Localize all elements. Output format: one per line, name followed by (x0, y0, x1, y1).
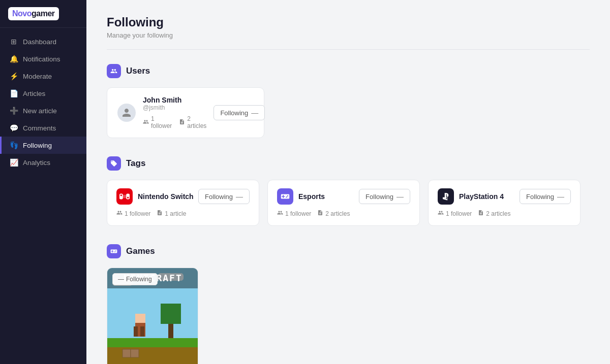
main-content: Following Manage your following Users Jo… (86, 0, 610, 364)
tag-card-nintendo-switch: Nintendo Switch Following — 1 follower (107, 180, 259, 226)
svg-rect-14 (135, 314, 145, 323)
games-grid: MINECRAFT — Following Port Minecraft (107, 268, 590, 364)
tags-grid: Nintendo Switch Following — 1 follower (107, 180, 590, 226)
followers-icon (277, 210, 283, 217)
logo-text: Novogamer (12, 9, 55, 18)
esports-icon (277, 188, 293, 205)
sidebar-item-articles[interactable]: 📄 Articles (0, 85, 86, 102)
tags-section-header: Tags (107, 156, 590, 171)
articles-icon (179, 119, 185, 126)
tag-name-area: PlayStation 4 (438, 188, 504, 205)
followers-count: 1 follower (143, 115, 172, 129)
users-section-icon (107, 64, 121, 78)
following-label: Following (365, 193, 393, 201)
tag-articles: 2 articles (317, 210, 350, 217)
new-article-icon: ➕ (10, 107, 18, 115)
svg-rect-17 (123, 349, 131, 357)
comments-icon: 💬 (10, 124, 18, 132)
users-section-header: Users (107, 64, 590, 78)
tag-name: Nintendo Switch (138, 192, 194, 201)
minus-icon: — (557, 192, 564, 201)
svg-rect-16 (140, 326, 144, 337)
page-title: Following (107, 15, 590, 29)
sidebar-item-analytics[interactable]: 📈 Analytics (0, 154, 86, 171)
tag-followers: 1 follower (277, 210, 311, 217)
ps4-following-button[interactable]: Following — (520, 189, 571, 204)
followers-icon (116, 210, 123, 217)
sidebar-item-notifications[interactable]: 🔔 Notifications (0, 50, 86, 68)
tags-section: Tags (107, 156, 590, 226)
game-cover: MINECRAFT — Following Port (107, 268, 198, 364)
following-icon: 👣 (10, 141, 18, 149)
tags-section-icon (107, 156, 121, 171)
tag-articles: 2 articles (478, 210, 510, 217)
followers-icon (438, 210, 444, 217)
sidebar-navigation: ⊞ Dashboard 🔔 Notifications ⚡ Moderate 📄… (0, 28, 86, 364)
following-label: Following (205, 193, 233, 201)
tag-name: PlayStation 4 (459, 192, 504, 201)
followers-icon (143, 119, 149, 126)
games-section: Games (107, 244, 590, 364)
playstation-icon (438, 188, 454, 205)
user-card: John Smith @jsmith 1 follower 2 articles (107, 87, 264, 138)
sidebar-item-dashboard[interactable]: ⊞ Dashboard (0, 33, 86, 50)
games-section-icon (107, 244, 121, 258)
sidebar-item-label: Dashboard (23, 38, 56, 46)
tag-name-area: Esports (277, 188, 325, 205)
avatar (117, 104, 136, 122)
sidebar-item-label: Notifications (23, 55, 60, 63)
tag-header: PlayStation 4 Following — (438, 188, 571, 205)
sidebar-item-following[interactable]: 👣 Following (0, 137, 86, 154)
sidebar-item-label: New article (23, 107, 57, 115)
tag-name: Esports (298, 192, 325, 201)
game-card-minecraft: MINECRAFT — Following Port Minecraft (107, 268, 198, 364)
articles-icon (478, 210, 484, 217)
sidebar-item-moderate[interactable]: ⚡ Moderate (0, 68, 86, 85)
moderate-icon: ⚡ (10, 72, 18, 80)
users-section-title: Users (126, 66, 150, 76)
divider (107, 49, 590, 50)
notifications-icon: 🔔 (10, 55, 18, 63)
articles-icon: 📄 (10, 89, 18, 97)
user-info: John Smith @jsmith 1 follower 2 articles (143, 96, 206, 129)
sidebar-item-label: Analytics (23, 159, 50, 167)
sidebar-item-label: Following (23, 142, 52, 149)
tags-section-title: Tags (126, 158, 145, 169)
articles-icon (317, 210, 323, 217)
user-meta: 1 follower 2 articles (143, 115, 206, 129)
nintendo-switch-icon (116, 188, 133, 205)
games-section-header: Games (107, 244, 590, 258)
tag-followers: 1 follower (438, 210, 472, 217)
sidebar-item-label: Articles (23, 90, 45, 97)
svg-rect-12 (107, 338, 198, 347)
sidebar: Novogamer ⊞ Dashboard 🔔 Notifications ⚡ … (0, 0, 86, 364)
logo-area: Novogamer (0, 0, 86, 28)
tag-header: Esports Following — (277, 188, 410, 205)
articles-icon (157, 210, 163, 217)
minus-icon: — (118, 276, 124, 283)
esports-following-button[interactable]: Following — (359, 189, 410, 204)
tag-articles: 1 article (157, 210, 186, 217)
tag-meta: 1 follower 2 articles (438, 210, 571, 217)
tag-followers: 1 follower (116, 210, 150, 217)
users-section: Users John Smith @jsmith 1 follower (107, 64, 590, 138)
user-handle: @jsmith (143, 104, 206, 111)
game-following-button[interactable]: — Following (112, 273, 158, 285)
svg-point-4 (127, 197, 129, 198)
nintendo-following-button[interactable]: Following — (198, 189, 250, 204)
svg-rect-11 (161, 304, 181, 324)
tag-meta: 1 follower 1 article (116, 210, 250, 217)
svg-rect-9 (107, 347, 198, 364)
logo: Novogamer (8, 7, 59, 20)
followers-label: 1 follower (151, 115, 172, 129)
games-section-title: Games (126, 246, 155, 256)
user-following-button[interactable]: Following — (214, 105, 265, 120)
sidebar-item-comments[interactable]: 💬 Comments (0, 119, 86, 137)
articles-label: 2 articles (187, 115, 206, 129)
minus-icon: — (396, 192, 404, 201)
following-label: Following (526, 193, 554, 201)
user-name: John Smith (143, 96, 206, 104)
minus-icon: — (236, 192, 243, 201)
articles-count: 2 articles (179, 115, 206, 129)
sidebar-item-new-article[interactable]: ➕ New article (0, 102, 86, 119)
